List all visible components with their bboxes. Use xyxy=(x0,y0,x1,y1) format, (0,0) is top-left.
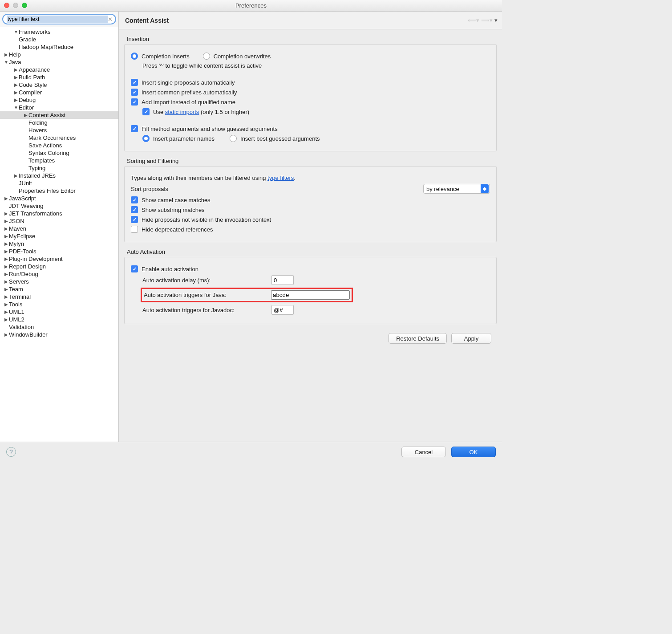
tree-item[interactable]: ▶PDE-Tools xyxy=(0,248,118,255)
tree-item[interactable]: ▶Team xyxy=(0,285,118,293)
nav-back-icon[interactable]: ⟸▾ xyxy=(468,17,479,24)
tree-item[interactable]: Validation xyxy=(0,323,118,331)
radio-completion-inserts[interactable] xyxy=(131,53,138,60)
tree-item[interactable]: Hadoop Map/Reduce xyxy=(0,43,118,51)
tree-item[interactable]: Save Actions xyxy=(0,142,118,149)
tree-item[interactable]: ▶Debug xyxy=(0,96,118,104)
link-type-filters[interactable]: type filters xyxy=(267,175,294,181)
chevron-right-icon[interactable]: ▶ xyxy=(4,195,9,202)
tree-item[interactable]: ▶Installed JREs xyxy=(0,172,118,179)
radio-completion-overwrites[interactable] xyxy=(203,53,210,60)
checkbox-enable-auto[interactable]: ✓ xyxy=(131,265,138,272)
chevron-right-icon[interactable]: ▶ xyxy=(4,293,9,301)
tree-item[interactable]: ▶UML1 xyxy=(0,308,118,316)
tree-item[interactable]: Typing xyxy=(0,164,118,172)
tree-item[interactable]: ▶Run/Debug xyxy=(0,270,118,278)
chevron-right-icon[interactable]: ▶ xyxy=(13,96,19,104)
checkbox-static-imports[interactable]: ✓ xyxy=(142,108,150,115)
tree-item[interactable]: ▼Editor xyxy=(0,104,118,111)
chevron-right-icon[interactable]: ▶ xyxy=(4,210,9,217)
chevron-right-icon[interactable]: ▶ xyxy=(13,81,19,89)
tree-item[interactable]: ▶Servers xyxy=(0,278,118,285)
tree-item[interactable]: ▶Code Style xyxy=(0,81,118,89)
tree-item[interactable]: ▼Frameworks xyxy=(0,28,118,36)
chevron-right-icon[interactable]: ▶ xyxy=(13,66,19,73)
input-javadoc-triggers[interactable] xyxy=(271,305,294,315)
checkbox-substring[interactable]: ✓ xyxy=(131,206,138,213)
cancel-button[interactable]: Cancel xyxy=(401,447,446,457)
tree-item[interactable]: Properties Files Editor xyxy=(0,187,118,195)
checkbox-hide-deprecated[interactable]: ✓ xyxy=(131,226,138,233)
chevron-right-icon[interactable]: ▶ xyxy=(4,285,9,293)
chevron-right-icon[interactable]: ▶ xyxy=(4,331,9,338)
close-window-icon[interactable] xyxy=(4,3,9,8)
checkbox-single-proposals[interactable]: ✓ xyxy=(131,79,138,86)
chevron-right-icon[interactable]: ▶ xyxy=(4,248,9,255)
restore-defaults-button[interactable]: Restore Defaults xyxy=(389,333,447,344)
chevron-right-icon[interactable]: ▶ xyxy=(4,316,9,323)
sort-select[interactable]: by relevance xyxy=(423,184,490,194)
tree-item[interactable]: ▶Tools xyxy=(0,301,118,308)
apply-button[interactable]: Apply xyxy=(451,333,491,344)
chevron-right-icon[interactable]: ▶ xyxy=(4,263,9,270)
tree-item[interactable]: ▶Compiler xyxy=(0,89,118,96)
chevron-right-icon[interactable]: ▶ xyxy=(4,232,9,240)
checkbox-fill-arguments[interactable]: ✓ xyxy=(131,125,138,132)
tree-item[interactable]: ▶UML2 xyxy=(0,316,118,323)
help-icon[interactable]: ? xyxy=(6,447,16,457)
tree-item[interactable]: ▶Report Design xyxy=(0,263,118,270)
filter-field[interactable]: ✕ xyxy=(2,14,116,24)
ok-button[interactable]: OK xyxy=(451,447,496,457)
tree-item[interactable]: Gradle xyxy=(0,36,118,43)
chevron-right-icon[interactable]: ▶ xyxy=(4,301,9,308)
checkbox-hide-invisible[interactable]: ✓ xyxy=(131,216,138,223)
tree-item[interactable]: ▶Maven xyxy=(0,225,118,232)
tree-item[interactable]: ▶Terminal xyxy=(0,293,118,301)
radio-best-guess[interactable] xyxy=(230,135,237,142)
minimize-window-icon[interactable] xyxy=(13,3,18,8)
input-java-triggers[interactable] xyxy=(271,290,350,300)
chevron-right-icon[interactable]: ▶ xyxy=(23,111,28,119)
tree-item[interactable]: ▶Mylyn xyxy=(0,240,118,248)
chevron-right-icon[interactable]: ▶ xyxy=(4,240,9,248)
chevron-right-icon[interactable]: ▶ xyxy=(13,73,19,81)
tree-item[interactable]: Mark Occurrences xyxy=(0,134,118,142)
tree-item[interactable]: ▶Help xyxy=(0,51,118,58)
chevron-down-icon[interactable]: ▼ xyxy=(13,28,19,36)
chevron-down-icon[interactable]: ▼ xyxy=(4,58,9,66)
clear-filter-icon[interactable]: ✕ xyxy=(108,16,113,23)
chevron-right-icon[interactable]: ▶ xyxy=(4,51,9,58)
tree-item[interactable]: Folding xyxy=(0,119,118,126)
chevron-right-icon[interactable]: ▶ xyxy=(13,172,19,179)
input-delay[interactable] xyxy=(271,275,294,285)
menu-icon[interactable]: ▾ xyxy=(494,17,498,24)
chevron-right-icon[interactable]: ▶ xyxy=(4,270,9,278)
chevron-right-icon[interactable]: ▶ xyxy=(4,217,9,225)
chevron-right-icon[interactable]: ▶ xyxy=(4,225,9,232)
tree-item[interactable]: ▶JavaScript xyxy=(0,195,118,202)
tree-item[interactable]: ▶JET Transformations xyxy=(0,210,118,217)
tree-item[interactable]: Hovers xyxy=(0,126,118,134)
tree-item[interactable]: ▶Content Assist xyxy=(0,111,118,119)
chevron-right-icon[interactable]: ▶ xyxy=(4,308,9,316)
checkbox-camel-case[interactable]: ✓ xyxy=(131,196,138,203)
checkbox-common-prefixes[interactable]: ✓ xyxy=(131,89,138,96)
tree-item[interactable]: ▶JSON xyxy=(0,217,118,225)
chevron-down-icon[interactable]: ▼ xyxy=(13,104,19,111)
tree-item[interactable]: ▶WindowBuilder xyxy=(0,331,118,338)
filter-input[interactable] xyxy=(7,16,108,23)
tree-item[interactable]: JUnit xyxy=(0,179,118,187)
chevron-right-icon[interactable]: ▶ xyxy=(4,278,9,285)
radio-param-names[interactable] xyxy=(142,135,150,142)
tree-item[interactable]: Templates xyxy=(0,157,118,164)
tree-item[interactable]: Syntax Coloring xyxy=(0,149,118,157)
nav-forward-icon[interactable]: ⟹▾ xyxy=(481,17,493,24)
tree-item[interactable]: ▶Build Path xyxy=(0,73,118,81)
chevron-right-icon[interactable]: ▶ xyxy=(4,255,9,263)
zoom-window-icon[interactable] xyxy=(22,3,27,8)
tree-item[interactable]: ▶Appearance xyxy=(0,66,118,73)
link-static-imports[interactable]: static imports xyxy=(165,109,199,115)
tree-item[interactable]: JDT Weaving xyxy=(0,202,118,210)
tree-item[interactable]: ▼Java xyxy=(0,58,118,66)
checkbox-add-import[interactable]: ✓ xyxy=(131,98,138,106)
